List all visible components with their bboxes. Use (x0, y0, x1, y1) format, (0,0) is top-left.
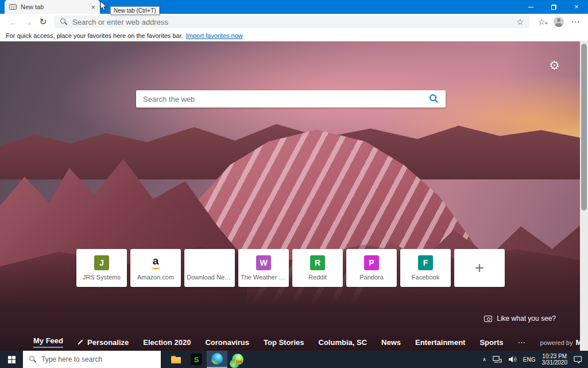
new-tab-page: ⚙ Search the web J JRS Systems a Amazon.… (0, 41, 588, 351)
tile-label: Pandora (359, 274, 384, 281)
address-bar[interactable]: Search or enter web address ☆ (54, 16, 529, 28)
web-search-box[interactable]: Search the web (136, 90, 446, 108)
feed-nav-sports[interactable]: Sports (479, 338, 503, 347)
minimize-button[interactable] (519, 0, 542, 14)
like-prompt-label: Like what you see? (497, 315, 556, 323)
quick-link-pandora[interactable]: P Pandora (346, 249, 397, 287)
mouse-cursor (100, 1, 108, 12)
start-button[interactable] (0, 351, 23, 368)
window-controls: × (519, 0, 588, 14)
edge-canary-icon: CAN (232, 354, 243, 365)
facebook-letter-icon: F (418, 255, 433, 270)
browser-toolbar: ← → ↻ Search or enter web address ☆ ☆≡ ⋯ (0, 14, 588, 30)
clock-time: 10:23 PM (542, 353, 567, 359)
close-window-button[interactable]: × (565, 0, 588, 14)
feed-nav-election-2020[interactable]: Election 2020 (143, 338, 191, 347)
web-search-magnifier-icon[interactable] (430, 94, 439, 103)
amazon-letter: a (153, 256, 159, 266)
quick-link-reddit[interactable]: R Reddit (292, 249, 343, 287)
restore-button[interactable] (542, 0, 565, 14)
clock-date: 3/31/2020 (542, 359, 568, 366)
pandora-letter-icon: P (364, 255, 379, 270)
microsoft-logo-icon (202, 255, 217, 270)
web-search-placeholder: Search the web (143, 95, 195, 103)
scrollbar[interactable] (580, 41, 588, 351)
quick-link-facebook[interactable]: F Facebook (400, 249, 451, 287)
windows-logo-icon (8, 356, 16, 363)
jrs-systems-letter-icon: J (94, 255, 109, 270)
feed-nav-personalize[interactable]: Personalize (78, 338, 129, 347)
quick-link-download-new[interactable]: Download New ... (184, 249, 235, 287)
address-placeholder: Search or enter web address (72, 18, 516, 26)
pencil-icon (78, 339, 84, 346)
powered-by-label: powered by (540, 339, 573, 346)
favorites-hub-icon[interactable]: ☆≡ (534, 17, 549, 26)
minimize-icon (528, 7, 533, 7)
tile-letter: F (423, 258, 428, 267)
tile-label: Amazon.com (137, 274, 174, 281)
plus-icon: + (475, 260, 484, 276)
quick-links-row: J JRS Systems a Amazon.com Download New … (76, 249, 505, 287)
favorites-bar: For quick access, place your favorites h… (0, 30, 588, 41)
feed-nav-columbia-sc[interactable]: Columbia, SC (319, 338, 368, 347)
page-settings-gear-icon[interactable]: ⚙ (549, 59, 560, 72)
profile-avatar[interactable] (554, 17, 564, 27)
network-icon[interactable] (493, 356, 502, 363)
feed-nav-top-stories[interactable]: Top Stories (264, 338, 304, 347)
tile-label: Facebook (412, 274, 439, 281)
close-icon: × (574, 3, 578, 11)
edge-icon (211, 353, 223, 365)
canary-badge: CAN (235, 360, 242, 363)
tab-new-tab[interactable]: New tab × (5, 0, 100, 14)
title-bar: New tab × × (0, 0, 588, 14)
add-favorite-star-icon[interactable]: ☆ (516, 17, 524, 26)
new-tab-tooltip: New tab (Ctrl+T) (110, 6, 160, 15)
camera-icon (484, 316, 492, 322)
tile-letter: J (99, 258, 104, 267)
feed-nav-more-icon[interactable]: ⋯ (518, 338, 526, 347)
amazon-smile-arc (152, 266, 160, 269)
file-explorer-button[interactable] (165, 351, 186, 368)
action-center-icon[interactable] (574, 356, 582, 363)
s-phone-app-button[interactable]: S (186, 351, 207, 368)
settings-menu-icon[interactable]: ⋯ (568, 17, 582, 27)
tile-label: Reddit (308, 274, 327, 281)
feed-nav-news[interactable]: News (381, 338, 401, 347)
tile-label: JRS Systems (83, 274, 121, 281)
edge-button-active[interactable] (207, 351, 227, 368)
back-icon[interactable]: ← (6, 17, 21, 27)
quick-link-weather-channel[interactable]: W The Weather Ch... (238, 249, 289, 287)
quick-link-amazon[interactable]: a Amazon.com (130, 249, 181, 287)
add-site-button[interactable]: + (454, 249, 505, 287)
taskbar-search-placeholder: Type here to search (41, 355, 102, 363)
search-icon (60, 18, 68, 26)
feed-nav-my-feed[interactable]: My Feed (33, 336, 63, 348)
taskbar-search-icon (29, 355, 37, 363)
refresh-icon[interactable]: ↻ (36, 17, 51, 27)
forward-icon[interactable]: → (21, 17, 36, 27)
quick-link-jrs-systems[interactable]: J JRS Systems (76, 249, 127, 287)
reddit-letter-icon: R (310, 255, 325, 270)
restore-icon (551, 5, 556, 10)
import-favorites-link[interactable]: Import favorites now (186, 32, 243, 39)
feed-nav-label: Personalize (87, 338, 129, 347)
scrollbar-thumb[interactable] (581, 44, 587, 210)
favorites-bar-message: For quick access, place your favorites h… (6, 32, 183, 39)
language-indicator[interactable]: ENG (523, 356, 536, 363)
edge-canary-button[interactable]: CAN (227, 351, 248, 368)
like-what-you-see[interactable]: Like what you see? (484, 315, 556, 323)
tile-letter: R (315, 258, 320, 267)
tile-letter: P (369, 258, 374, 267)
taskbar-clock[interactable]: 10:23 PM 3/31/2020 (542, 353, 568, 366)
system-tray: ∧ ENG 10:23 PM 3/31/2020 (482, 351, 588, 368)
amazon-icon: a (148, 255, 163, 270)
feed-nav: My Feed Personalize Election 2020 Corona… (0, 334, 588, 351)
tab-close-icon[interactable]: × (91, 3, 95, 11)
taskbar-search[interactable]: Type here to search (23, 351, 161, 368)
taskbar-apps: S CAN (165, 351, 248, 368)
feed-nav-coronavirus[interactable]: Coronavirus (205, 338, 249, 347)
speaker-icon[interactable] (508, 356, 517, 363)
feed-nav-entertainment[interactable]: Entertainment (415, 338, 465, 347)
star-icon: ☆ (538, 17, 546, 26)
show-hidden-icons-chevron[interactable]: ∧ (482, 356, 486, 362)
